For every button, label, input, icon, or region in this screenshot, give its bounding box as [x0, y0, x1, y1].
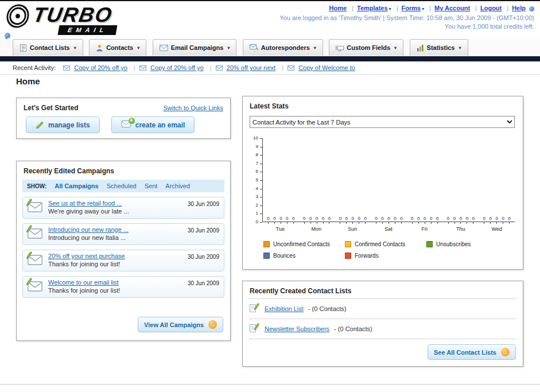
bar-group: 00000 — [299, 138, 335, 222]
filter-scheduled[interactable]: Scheduled — [107, 183, 137, 189]
bar-cell: 0 — [507, 216, 511, 222]
legend-item: Forwards — [345, 253, 426, 259]
campaign-row[interactable]: Introducing our new range ... Introducin… — [22, 223, 224, 245]
bar-cell: 0 — [292, 216, 296, 222]
contact-list-link[interactable]: Newsletter Subscribers — [265, 325, 329, 332]
caret-down-icon: ▾ — [314, 45, 316, 51]
x-axis-tick — [418, 222, 419, 224]
envelope-icon — [288, 65, 294, 71]
list-edit-icon — [250, 304, 260, 313]
nav-my-account-link[interactable]: My Account — [434, 5, 470, 11]
legend-label: Forwards — [355, 253, 379, 259]
x-axis-tick — [473, 222, 473, 224]
bar-group: 00000 — [371, 138, 407, 222]
value-label: 0 — [466, 216, 468, 221]
tab-label: Contacts — [106, 44, 133, 51]
x-axis-tick — [268, 222, 269, 224]
value-label: 0 — [364, 216, 366, 221]
recent-activity-item[interactable]: Copy of 20% off yo — [150, 64, 204, 71]
bar-cell: 0 — [380, 216, 384, 222]
tab-label: Email Campaigns — [171, 44, 224, 51]
email-edit-icon — [28, 255, 44, 267]
x-axis-label: Sat — [371, 226, 407, 232]
recent-activity-bar: Recent Activity: Copy of 20% off yo | Co… — [0, 61, 540, 75]
x-axis-tick — [454, 222, 455, 224]
legend-label: Confirmed Contacts — [355, 241, 405, 247]
tab-label: Statistics — [427, 44, 455, 51]
y-axis-label: 1 — [256, 211, 258, 216]
x-axis-tick — [340, 222, 340, 224]
tab-autoresponders[interactable]: Autoresponders ▾ — [243, 39, 323, 56]
contact-list-link[interactable]: Exhibition List — [265, 305, 304, 312]
nav-templates-link[interactable]: Templates — [357, 5, 388, 11]
tab-custom-fields[interactable]: Custom Fields ▾ — [329, 39, 403, 56]
tab-contact-lists[interactable]: Contact Lists ▾ — [13, 39, 83, 56]
campaigns-title: Recently Edited Campaigns — [17, 161, 230, 178]
switch-quick-links[interactable]: Switch to Quick Links — [163, 104, 223, 111]
y-axis-tick — [260, 222, 262, 223]
campaign-filter-bar: SHOW: All Campaigns Scheduled Sent Archi… — [22, 180, 224, 192]
recent-activity-item[interactable]: Copy of Welcome to — [298, 64, 355, 71]
bar-cell: 0 — [302, 216, 306, 222]
filter-sent[interactable]: Sent — [145, 183, 158, 189]
bar-cell: 0 — [393, 216, 397, 222]
recent-activity-item[interactable]: 20% off your next — [227, 64, 275, 71]
recent-activity-item[interactable]: Copy of 20% off yo — [74, 64, 127, 71]
stats-period-select[interactable]: Contact Activity for the Last 7 Days — [250, 116, 515, 128]
caret-down-icon: ▾ — [394, 45, 397, 51]
create-email-button[interactable]: + create an email — [111, 117, 195, 133]
x-axis-tick — [323, 222, 324, 224]
x-axis-tick — [448, 222, 449, 224]
nav-forms-label: Forms — [402, 5, 421, 11]
y-axis-label: 7 — [256, 161, 258, 166]
x-axis-tick — [359, 222, 359, 224]
help-indicator-icon — [529, 6, 534, 11]
campaign-row[interactable]: Welcome to our email list Thanks for joi… — [22, 276, 224, 298]
value-label: 0 — [430, 216, 432, 221]
value-label: 0 — [381, 216, 383, 221]
bar-cell: 0 — [410, 216, 414, 222]
value-label: 0 — [328, 216, 331, 221]
bar-cell: 0 — [327, 216, 331, 222]
turbo-logo: TURBO EMAIL — [3, 3, 147, 36]
caret-down-icon: ▾ — [227, 45, 230, 51]
tab-label: Custom Fields — [347, 44, 390, 51]
x-axis-tick — [352, 222, 353, 224]
manage-lists-button[interactable]: manage lists — [26, 117, 100, 133]
view-all-campaigns-button[interactable]: View All Campaigns → — [138, 317, 223, 332]
contact-lists-title: Recently Created Contact Lists — [243, 281, 523, 298]
tab-email-campaigns[interactable]: Email Campaigns ▾ — [153, 39, 237, 56]
value-label: 0 — [411, 216, 413, 221]
x-axis-tick — [281, 222, 281, 224]
latest-stats-title: Latest Stats — [243, 96, 523, 114]
nav-logout-link[interactable]: Logout — [480, 5, 502, 11]
top-nav: Home Templates▾ Forms▾ My Account Logout… — [279, 5, 534, 11]
nav-help-link[interactable]: Help — [512, 5, 526, 11]
y-axis-label: 5 — [256, 178, 258, 183]
value-label: 0 — [352, 216, 354, 221]
pencil-icon — [252, 302, 261, 311]
bar-cell: 0 — [501, 216, 505, 222]
autoresponders-icon — [250, 44, 258, 52]
bar-cell: 0 — [357, 216, 361, 222]
x-axis-tick — [484, 222, 484, 224]
bar-cell: 0 — [363, 216, 367, 222]
logo-title: TURBO — [31, 3, 114, 27]
campaign-subject: Thanks for joining our list! — [48, 287, 219, 294]
campaign-subject: Thanks for joining our list! — [48, 261, 219, 267]
filter-archived[interactable]: Archived — [165, 183, 190, 189]
campaign-row[interactable]: See us at the retail food ... We're givi… — [22, 197, 224, 219]
value-label: 0 — [417, 216, 419, 221]
filter-all-campaigns[interactable]: All Campaigns — [55, 183, 98, 189]
divider: | — [210, 64, 212, 71]
tab-statistics[interactable]: Statistics ▾ — [410, 39, 468, 56]
envelope-icon — [63, 65, 70, 71]
show-label: SHOW: — [27, 183, 46, 189]
see-all-contact-lists-button[interactable]: See All Contact Lists → — [428, 344, 516, 360]
nav-home-link[interactable]: Home — [329, 5, 347, 11]
campaign-row[interactable]: 20% off your next purchase Thanks for jo… — [22, 250, 224, 271]
nav-forms-link[interactable]: Forms — [402, 5, 421, 11]
legend-swatch — [263, 253, 270, 259]
tab-contacts[interactable]: Contacts ▾ — [89, 39, 146, 56]
pencil-icon — [252, 323, 261, 331]
